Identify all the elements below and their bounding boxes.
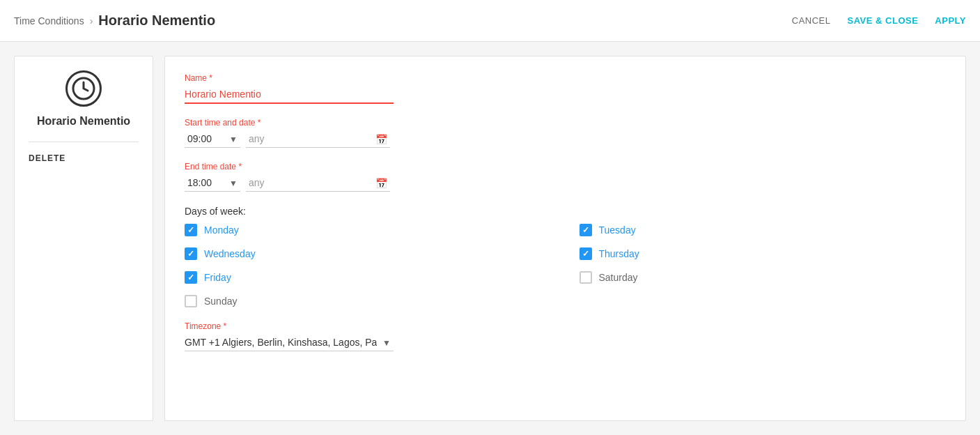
end-group: End time date * 18:00 17:00 19:00 ▼ 📅 — [185, 162, 946, 192]
checkbox-thursday[interactable] — [580, 247, 592, 260]
name-group: Name * — [185, 73, 946, 104]
main-content: Horario Nementio DELETE Name * Start tim… — [0, 42, 980, 435]
day-item-monday[interactable]: Monday — [185, 224, 552, 236]
right-panel: Name * Start time and date * 09:00 08:00… — [164, 56, 966, 421]
day-item-sunday[interactable]: Sunday — [185, 295, 552, 307]
day-item-wednesday[interactable]: Wednesday — [185, 247, 552, 260]
timezone-wrapper: GMT +1 Algiers, Berlin, Kinshasa, Lagos,… — [185, 334, 394, 351]
timezone-group: Timezone * GMT +1 Algiers, Berlin, Kinsh… — [185, 321, 946, 351]
checkbox-sunday[interactable] — [185, 295, 197, 307]
header-actions: CANCEL SAVE & CLOSE APPLY — [792, 15, 966, 26]
end-date-input[interactable] — [246, 174, 390, 192]
day-item-thursday[interactable]: Thursday — [580, 247, 947, 260]
clock-icon — [65, 70, 102, 107]
checkbox-monday[interactable] — [185, 224, 197, 236]
header: Time Conditions › Horario Nementio CANCE… — [0, 0, 980, 42]
day-label-friday: Friday — [204, 272, 231, 283]
save-close-button[interactable]: SAVE & CLOSE — [848, 15, 919, 26]
checkbox-tuesday[interactable] — [580, 224, 592, 236]
start-time-date-row: 09:00 08:00 10:00 ▼ 📅 — [185, 130, 946, 148]
day-label-monday: Monday — [204, 224, 239, 236]
start-label: Start time and date * — [185, 118, 946, 128]
breadcrumb-arrow: › — [90, 15, 93, 26]
day-item-friday[interactable]: Friday — [185, 271, 552, 284]
days-grid: MondayTuesdayWednesdayThursdayFridaySatu… — [185, 224, 946, 307]
start-time-select[interactable]: 09:00 08:00 10:00 — [185, 130, 240, 148]
days-label: Days of week: — [185, 206, 946, 217]
name-input[interactable] — [185, 86, 394, 104]
day-item-tuesday[interactable]: Tuesday — [580, 224, 947, 236]
day-label-saturday: Saturday — [599, 272, 638, 283]
day-label-sunday: Sunday — [204, 296, 237, 307]
end-time-select[interactable]: 18:00 17:00 19:00 — [185, 174, 240, 192]
day-label-thursday: Thursday — [599, 248, 639, 259]
start-date-wrapper: 📅 — [246, 130, 390, 148]
breadcrumb-current: Horario Nementio — [98, 13, 215, 29]
left-panel: Horario Nementio DELETE — [14, 56, 153, 421]
timezone-select[interactable]: GMT +1 Algiers, Berlin, Kinshasa, Lagos,… — [185, 334, 394, 351]
end-time-wrapper: 18:00 17:00 19:00 ▼ — [185, 174, 240, 192]
checkbox-wednesday[interactable] — [185, 247, 197, 260]
start-date-input[interactable] — [246, 130, 390, 148]
name-label: Name * — [185, 73, 946, 83]
start-group: Start time and date * 09:00 08:00 10:00 … — [185, 118, 946, 148]
timezone-label: Timezone * — [185, 321, 946, 331]
breadcrumb: Time Conditions › Horario Nementio — [14, 13, 215, 29]
days-group: Days of week: MondayTuesdayWednesdayThur… — [185, 206, 946, 307]
delete-button[interactable]: DELETE — [29, 153, 65, 163]
end-time-date-row: 18:00 17:00 19:00 ▼ 📅 — [185, 174, 946, 192]
checkbox-friday[interactable] — [185, 271, 197, 284]
day-item-saturday[interactable]: Saturday — [580, 271, 947, 284]
start-time-wrapper: 09:00 08:00 10:00 ▼ — [185, 130, 240, 148]
cancel-button[interactable]: CANCEL — [792, 15, 831, 26]
entity-name: Horario Nementio — [37, 115, 130, 128]
day-label-wednesday: Wednesday — [204, 248, 256, 259]
entity-icon-container: Horario Nementio — [29, 70, 139, 142]
end-label: End time date * — [185, 162, 946, 171]
apply-button[interactable]: APPLY — [935, 15, 966, 26]
breadcrumb-link[interactable]: Time Conditions — [14, 15, 84, 26]
day-label-tuesday: Tuesday — [599, 224, 636, 236]
end-date-wrapper: 📅 — [246, 174, 390, 192]
checkbox-saturday[interactable] — [580, 271, 592, 284]
